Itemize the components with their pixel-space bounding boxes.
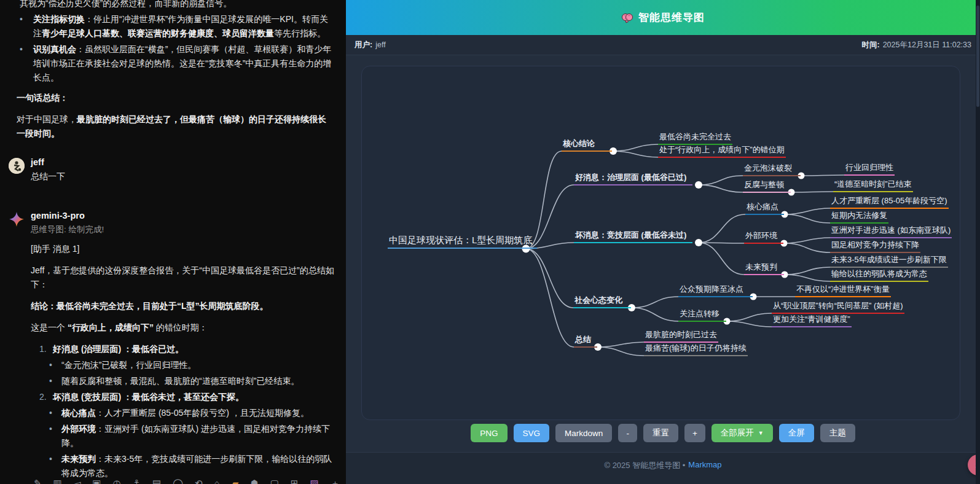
mindmap-node[interactable]: “道德至暗时刻”已结束: [833, 179, 913, 192]
fullscreen-button[interactable]: 全屏: [779, 424, 814, 442]
time-value: 2025年12月31日 11:02:33: [883, 40, 971, 50]
chevron-down-icon: ▼: [758, 430, 764, 436]
folder-icon[interactable]: ▰: [232, 478, 239, 484]
zoom-in-button[interactable]: +: [684, 424, 705, 442]
user-name: jeff: [31, 157, 340, 168]
mindmap-node[interactable]: 坏消息：竞技层面 (最低谷未过): [574, 230, 692, 243]
expand-all-label: 全部展开: [721, 427, 754, 439]
chat-list-item: •未来预判：未来3-5年，竞技成绩可能进一步刷新下限，输给以往的弱队将成为常态。: [49, 452, 340, 480]
mindmap-node[interactable]: 最痛苦(输球)的日子仍将持续: [644, 343, 748, 356]
mindmap-node[interactable]: 短期内无法修复: [830, 211, 888, 224]
mindmap-node[interactable]: 反腐与整顿: [743, 180, 791, 193]
markmap-link[interactable]: Markmap: [688, 460, 721, 484]
anchor-icon[interactable]: ⚓: [133, 478, 141, 484]
mindmap-node[interactable]: 国足相对竞争力持续下降: [830, 240, 920, 253]
copyright-text: © 2025 智能思维导图 •: [604, 460, 685, 484]
mindmap-node[interactable]: 公众预期降至冰点: [678, 284, 753, 297]
user-bar: 用户: jeff 时间: 2025年12月31日 11:02:33: [346, 35, 980, 55]
mindmap-node[interactable]: 外部环境: [744, 231, 783, 244]
mindmap-node[interactable]: 人才严重断层 (85-05年龄段亏空): [830, 196, 949, 209]
mindmap-node[interactable]: 行业回归理性: [844, 163, 895, 176]
chat-paragraph: 其视为“偿还历史欠债”的必然过程，而非新的崩盘信号。: [20, 0, 333, 10]
chat-paragraph: 这是一个 “行政向上，成绩向下” 的错位时期：: [31, 321, 340, 335]
mindmap-node[interactable]: 从“职业顶层”转向“民间基层” (如村超): [772, 301, 904, 314]
chat-list-item: 1.好消息 (治理层面) ：最低谷已过。: [39, 342, 340, 356]
chat-panel: 其视为“偿还历史欠债”的必然过程，而非新的崩盘信号。•关注指标切换：停止用“冲进…: [0, 0, 346, 484]
gemini-icon: [9, 211, 25, 227]
time-label: 时间:: [862, 40, 880, 50]
chat-paragraph: 一句话总结：: [17, 91, 333, 105]
speaker-icon[interactable]: ◅: [74, 478, 81, 484]
reset-button[interactable]: 重置: [643, 424, 678, 442]
user-label: 用户:: [355, 40, 372, 50]
chat-paragraph: 对于中国足球，最肮脏的时刻已经过去了，但最痛苦（输球）的日子还得持续很长一段时间…: [17, 112, 333, 141]
chat-paragraph: Jeff，基于您提供的这份深度整合报告，关于“中国足球最低谷是否已过”的总结如下…: [31, 263, 340, 292]
mindmap-node[interactable]: 关注点转移: [678, 309, 726, 322]
mindmap-node[interactable]: 总结: [574, 335, 597, 348]
export-markdown-button[interactable]: Markdown: [555, 424, 612, 442]
user-avatar[interactable]: [9, 158, 25, 174]
chat-list-item: 2.坏消息 (竞技层面) ：最低谷未过，甚至还会下探。: [39, 390, 340, 404]
grid-icon[interactable]: ⊞: [291, 478, 299, 484]
chat-list-item: •关注指标切换：停止用“冲进世界杯”作为衡量中国足球发展的唯一KPI。转而关注青…: [20, 12, 333, 41]
mindmap-node[interactable]: 社会心态变化: [573, 295, 631, 308]
expand-all-button[interactable]: 全部展开 ▼: [711, 424, 773, 442]
app-title: 智能思维导图: [638, 10, 705, 25]
app-icon[interactable]: ▨: [310, 478, 318, 484]
bookmark-icon[interactable]: ☗: [250, 478, 258, 484]
app-footer: © 2025 智能思维导图 • Markmap: [346, 452, 980, 484]
chat-list-item: •核心痛点：人才严重断层 (85-05年龄段亏空) ，且无法短期修复。: [49, 406, 340, 420]
image-icon[interactable]: ▣: [92, 478, 101, 484]
assistant-previous-message-tail: 其视为“偿还历史欠债”的必然过程，而非新的崩盘信号。•关注指标切换：停止用“冲进…: [17, 0, 333, 141]
save-icon[interactable]: ▤: [152, 478, 161, 484]
mindmap-node[interactable]: 好消息：治理层面 (最低谷已过): [574, 173, 692, 185]
plus-icon[interactable]: ＋: [331, 478, 340, 484]
mindmap-node[interactable]: 核心结论: [562, 139, 612, 152]
screen: 其视为“偿还历史欠债”的必然过程，而非新的崩盘信号。•关注指标切换：停止用“冲进…: [0, 0, 980, 484]
file-icon[interactable]: ▢: [270, 478, 279, 484]
export-png-button[interactable]: PNG: [471, 424, 507, 442]
mindmap-node[interactable]: 不再仅以“冲进世界杯”衡量: [795, 284, 891, 297]
chat-message-toolbar: ✎▥◅▣◷⚓▤◯⟲⌂▰☗▢⊞▨＋: [34, 478, 340, 484]
user-message-text: 总结一下: [31, 170, 340, 183]
app-header: 智能思维导图: [346, 0, 980, 35]
brain-icon: [621, 12, 633, 23]
mindmap-root-node[interactable]: 中国足球现状评估：L型长周期筑底: [388, 235, 537, 249]
mindmap-app-panel: 智能思维导图 用户: jeff 时间: 2025年12月31日 11:02:33: [346, 0, 980, 484]
record-icon[interactable]: ◯: [173, 478, 183, 484]
theme-button[interactable]: 主题: [820, 424, 855, 442]
mindmap-canvas[interactable]: 中国足球现状评估：L型长周期筑底 核心结论 最低谷尚未完全过去 处于“行政向上，…: [361, 66, 960, 420]
mindmap-node[interactable]: 更加关注“青训健康度”: [772, 314, 852, 327]
chat-list-item: •“金元泡沫”已破裂，行业回归理性。: [49, 358, 340, 372]
chat-list-item: •外部环境：亚洲对手 (如东南亚球队) 进步迅速，国足相对竞争力持续下降。: [49, 422, 340, 450]
assistant-status: 思维导图: 绘制完成!: [31, 224, 340, 236]
assistant-name: gemini-3-pro: [31, 210, 340, 221]
chat-list-item: •识别真机会：虽然职业层面在“横盘”，但民间赛事（村超、草根联赛）和青少年培训市…: [20, 42, 333, 85]
clock-icon[interactable]: ◷: [113, 478, 121, 484]
chat-paragraph: 结论：最低谷尚未完全过去，目前处于“L型”长周期筑底阶段。: [31, 299, 340, 313]
export-svg-button[interactable]: SVG: [514, 424, 550, 442]
mindmap-node[interactable]: 核心痛点: [745, 202, 784, 215]
mindmap-node[interactable]: 输给以往的弱队将成为常态: [830, 269, 928, 282]
page-scrollbar[interactable]: [976, 0, 980, 484]
mindmap-node[interactable]: 处于“行政向上，成绩向下”的错位期: [658, 145, 786, 158]
home-icon[interactable]: ⌂: [214, 478, 220, 484]
scrollbar-thumb[interactable]: [976, 6, 979, 107]
assistant-message-body: [助手 消息 1]Jeff，基于您提供的这份深度整合报告，关于“中国足球最低谷是…: [31, 242, 340, 484]
edit-icon[interactable]: ✎: [34, 478, 42, 484]
mindmap-node[interactable]: 未来3-5年成绩或进一步刷新下限: [830, 255, 948, 268]
mindmap-node[interactable]: 金元泡沫破裂: [743, 163, 801, 176]
chat-paragraph: [助手 消息 1]: [31, 242, 340, 256]
mindmap-node[interactable]: 最低谷尚未完全过去: [658, 132, 732, 145]
mindmap-node[interactable]: 未来预判: [744, 262, 784, 275]
undo-icon[interactable]: ⟲: [195, 478, 203, 484]
chat-list-item: •随着反腐和整顿，最混乱、最肮脏的“道德至暗时刻”已经结束。: [49, 374, 340, 388]
soccer-player-icon: [9, 158, 25, 174]
zoom-out-button[interactable]: -: [618, 424, 637, 442]
user-value: jeff: [375, 41, 385, 49]
mindmap-node[interactable]: 亚洲对手进步迅速 (如东南亚球队): [830, 225, 952, 238]
trash-icon[interactable]: ▥: [53, 478, 62, 484]
mindmap-node[interactable]: 最肮脏的时刻已过去: [644, 330, 718, 343]
assistant-message: gemini-3-pro 思维导图: 绘制完成! [助手 消息 1]Jeff，基…: [9, 210, 340, 484]
mindmap-toolbar: PNG SVG Markdown - 重置 + 全部展开 ▼ 全屏 主题: [346, 424, 980, 442]
